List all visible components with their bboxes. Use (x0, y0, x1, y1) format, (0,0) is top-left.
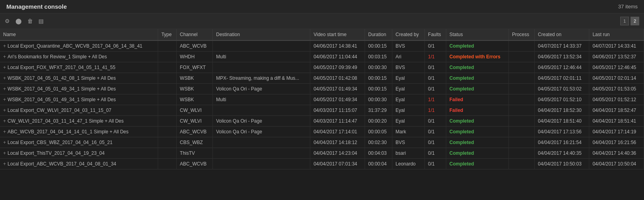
table-row[interactable]: +Local Export_ThisTV_2017_04_04_19_23_04… (0, 148, 644, 159)
table-row[interactable]: +Local Export_CW_WLVI_2017_04_03_11_15_0… (0, 105, 644, 116)
table-row[interactable]: +Local Export_FOX_WFXT_2017_04_05_11_41_… (0, 62, 644, 73)
page-2-button[interactable]: 2 (631, 17, 639, 25)
cell-last-run: 04/07/2017 14:33:41 (589, 40, 644, 52)
cell-video-start-time: 04/05/2017 09:39:49 (310, 62, 365, 73)
cell-created-on: 04/05/2017 01:52:10 (535, 94, 589, 105)
cell-type (158, 137, 177, 148)
cell-process (508, 159, 534, 169)
expand-icon[interactable]: + (3, 97, 6, 102)
expand-icon[interactable]: + (3, 150, 6, 156)
cell-status: Completed (446, 116, 508, 127)
cell-last-run: 04/06/2017 13:52:37 (589, 52, 644, 62)
pagination: 1 2 (620, 17, 639, 25)
settings-icon[interactable]: ⚙ (5, 18, 10, 24)
expand-icon[interactable]: + (3, 86, 6, 92)
expand-icon[interactable]: + (3, 140, 6, 145)
cell-duration: 00:00:15 (365, 40, 392, 52)
cell-created-by: BVS (392, 62, 425, 73)
cell-status: Completed (446, 84, 508, 94)
table-row[interactable]: +Ari's Bookmarks for Review_1 Simple + A… (0, 52, 644, 62)
cell-created-by: BVS (392, 40, 425, 52)
col-channel[interactable]: Channel (176, 29, 212, 40)
cell-process (508, 94, 534, 105)
stop-icon[interactable]: ⬤ (15, 18, 22, 24)
cell-destination: MPX- Streaming, making a diff & Mus... (213, 73, 310, 84)
expand-icon[interactable]: + (3, 118, 6, 124)
table-row[interactable]: +Local Export_ABC_WCVB_2017_04_04_08_01_… (0, 159, 644, 169)
cell-created-by: bsari (392, 148, 425, 159)
cell-duration: 00:00:04 (365, 159, 392, 169)
cell-video-start-time: 04/04/2017 14:18:12 (310, 137, 365, 148)
cell-status: Completed (446, 127, 508, 137)
expand-icon[interactable]: + (3, 75, 6, 81)
cell-video-start-time: 04/03/2017 11:15:07 (310, 105, 365, 116)
cell-faults: 1/1 (425, 94, 446, 105)
delete-icon[interactable]: 🗑 (27, 18, 33, 24)
cell-process (508, 52, 534, 62)
cell-destination (213, 40, 310, 52)
col-status[interactable]: Status (446, 29, 508, 40)
job-name: Ari's Bookmarks for Review_1 Simple + Al… (8, 54, 107, 60)
cell-created-by: Eyal (392, 84, 425, 94)
cell-duration: 00:00:30 (365, 62, 392, 73)
page-1-button[interactable]: 1 (620, 17, 629, 25)
cell-name: +Local Export_ThisTV_2017_04_04_19_23_04 (0, 148, 158, 159)
cell-channel: WSBK (176, 73, 212, 84)
table-row[interactable]: +WSBK_2017_04_05_01_49_34_1 Simple + All… (0, 84, 644, 94)
col-faults[interactable]: Faults (425, 29, 446, 40)
cell-destination: Volicon Qa Ori - Page (213, 127, 310, 137)
expand-icon[interactable]: + (3, 161, 6, 167)
col-created-by[interactable]: Created by (392, 29, 425, 40)
expand-icon[interactable]: + (3, 65, 6, 70)
cell-created-by: Eyal (392, 73, 425, 84)
jobs-table: Name Type Channel Destination Video star… (0, 29, 644, 169)
cell-process (508, 148, 534, 159)
cell-video-start-time: 04/04/2017 14:23:04 (310, 148, 365, 159)
cell-video-start-time: 04/04/2017 07:01:34 (310, 159, 365, 169)
cell-video-start-time: 04/05/2017 01:49:34 (310, 84, 365, 94)
expand-icon[interactable]: + (3, 129, 6, 135)
expand-icon[interactable]: + (3, 54, 6, 60)
cell-process (508, 84, 534, 94)
cell-status: Completed (446, 159, 508, 169)
list-icon[interactable]: ▤ (38, 18, 44, 24)
col-created-on[interactable]: Created on (535, 29, 589, 40)
cell-created-on: 04/04/2017 18:51:40 (535, 116, 589, 127)
header-bar: Management console 37 items (0, 0, 644, 13)
cell-created-by: Ari (392, 52, 425, 62)
col-last-run[interactable]: Last run (589, 29, 644, 40)
table-row[interactable]: +WSBK_2017_04_05_01_42_08_1 Simple + All… (0, 73, 644, 84)
cell-last-run: 04/05/2017 01:52:12 (589, 94, 644, 105)
col-name[interactable]: Name (0, 29, 158, 40)
cell-channel: WHDH (176, 52, 212, 62)
cell-status: Completed (446, 148, 508, 159)
table-row[interactable]: +Local Export_CBS_WBZ_2017_04_04_16_05_2… (0, 137, 644, 148)
toolbar: ⚙ ⬤ 🗑 ▤ 1 2 (0, 13, 644, 29)
expand-icon[interactable]: + (3, 108, 6, 113)
cell-process (508, 62, 534, 73)
col-type[interactable]: Type (158, 29, 177, 40)
cell-destination (213, 137, 310, 148)
col-process[interactable]: Process (508, 29, 534, 40)
cell-destination: Volicon Qa Ori - Page (213, 116, 310, 127)
table-row[interactable]: +ABC_WCVB_2017_04_04_14_14_01_1 Simple +… (0, 127, 644, 137)
cell-name: +Local Export_FOX_WFXT_2017_04_05_11_41_… (0, 62, 158, 73)
expand-icon[interactable]: + (3, 43, 6, 49)
job-name: Local Export_ABC_WCVB_2017_04_04_08_01_3… (8, 161, 116, 167)
table-row[interactable]: +WSBK_2017_04_05_01_49_34_1 Simple + All… (0, 94, 644, 105)
col-duration[interactable]: Duration (365, 29, 392, 40)
cell-duration: 00:00:15 (365, 73, 392, 84)
table-row[interactable]: +Local Export_Quarantine_ABC_WCVB_2017_0… (0, 40, 644, 52)
cell-faults: 0/1 (425, 84, 446, 94)
cell-created-on: 04/04/2017 10:50:03 (535, 159, 589, 169)
cell-destination: Volicon Qa Ori - Page (213, 84, 310, 94)
cell-created-on: 04/04/2017 14:40:35 (535, 148, 589, 159)
col-destination[interactable]: Destination (213, 29, 310, 40)
cell-faults: 0/1 (425, 137, 446, 148)
cell-channel: CBS_WBZ (176, 137, 212, 148)
table-row[interactable]: +CW_WLVI_2017_04_03_11_14_47_1 Simple + … (0, 116, 644, 127)
col-video-start-time[interactable]: Video start time (310, 29, 365, 40)
cell-process (508, 73, 534, 84)
cell-video-start-time: 04/06/2017 11:04:44 (310, 52, 365, 62)
cell-channel: CW_WLVI (176, 105, 212, 116)
